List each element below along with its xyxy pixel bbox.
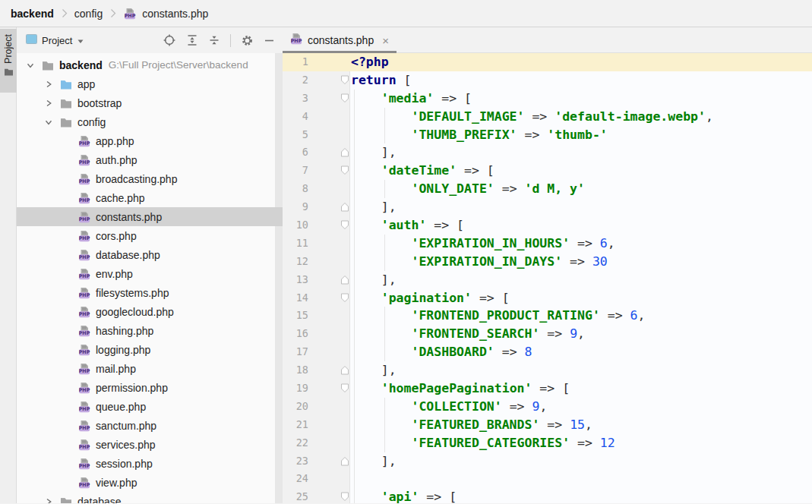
tree-chevron-icon[interactable] <box>43 116 55 128</box>
breadcrumb-item-file[interactable]: constants.php <box>142 8 208 20</box>
code-line-17[interactable]: 17 'DASHBOARD' => 8 <box>283 343 812 361</box>
fold-region-end-icon[interactable] <box>340 365 349 375</box>
code-line-11[interactable]: 11 'EXPIRATION_IN_HOURS' => 6, <box>283 235 812 253</box>
fold-region-start-icon[interactable] <box>340 75 349 85</box>
tree-chevron-spacer <box>61 268 73 280</box>
fold-region-end-icon[interactable] <box>340 147 349 157</box>
code-line-22[interactable]: 22 'FEATURED_CATEGORIES' => 12 <box>283 434 812 452</box>
code-line-18[interactable]: 18 ], <box>283 361 812 380</box>
code-line-24[interactable]: 24 <box>283 470 812 488</box>
tree-item-filesystems-php[interactable]: PHPfilesystems.php <box>17 283 283 302</box>
code-line-19[interactable]: 19 'homePagePagination' => [ <box>283 380 812 398</box>
code-line-10[interactable]: 10 'auth' => [ <box>283 216 812 235</box>
tree-item-label: sanctum.php <box>96 420 156 432</box>
fold-region-start-icon[interactable] <box>340 220 349 230</box>
tree-item-label: permission.php <box>96 382 168 394</box>
code-line-text: 'FEATURED_CATEGORIES' => 12 <box>351 434 615 452</box>
fold-region-end-icon[interactable] <box>340 275 349 285</box>
locate-icon[interactable] <box>163 33 176 47</box>
close-tab-icon[interactable]: × <box>382 35 389 46</box>
tree-chevron-icon[interactable] <box>24 59 36 71</box>
code-line-7[interactable]: 7 'dateTime' => [ <box>283 162 812 180</box>
svg-text:PHP: PHP <box>79 387 90 393</box>
editor-tab-constants-php[interactable]: PHP constants.php × <box>283 27 397 53</box>
code-line-15[interactable]: 15 'FRONTEND_PRODUCT_RATING' => 6, <box>283 307 812 325</box>
code-line-6[interactable]: 6 ], <box>283 143 812 162</box>
line-number: 13 <box>283 271 308 289</box>
line-number: 22 <box>283 434 308 452</box>
code-line-14[interactable]: 14 'pagination' => [ <box>283 289 812 307</box>
tree-item-auth-php[interactable]: PHPauth.php <box>17 150 283 169</box>
code-line-1[interactable]: 1<?php <box>283 53 812 71</box>
code-line-text: 'homePagePagination' => [ <box>351 380 570 398</box>
breadcrumb: backend config PHP constants.php <box>0 0 812 27</box>
code-line-20[interactable]: 20 'COLLECTION' => 9, <box>283 398 812 416</box>
php-file-icon: PHP <box>77 192 91 204</box>
tree-item-services-php[interactable]: PHPservices.php <box>17 435 283 454</box>
tree-item-env-php[interactable]: PHPenv.php <box>17 264 283 283</box>
tree-item-logging-php[interactable]: PHPlogging.php <box>17 340 283 359</box>
project-view-combo[interactable]: Project <box>26 33 84 47</box>
code-line-4[interactable]: 4 'DEFAULT_IMAGE' => 'default-image.webp… <box>283 108 812 126</box>
line-number: 25 <box>283 488 308 503</box>
tree-chevron-icon[interactable] <box>43 78 55 90</box>
code-line-2[interactable]: 2return [ <box>283 71 812 90</box>
php-file-icon: PHP <box>123 8 137 20</box>
code-line-13[interactable]: 13 ], <box>283 271 812 289</box>
tree-chevron-icon[interactable] <box>43 496 55 504</box>
code-line-8[interactable]: 8 'ONLY_DATE' => 'd M, y' <box>283 180 812 198</box>
tree-item-database-php[interactable]: PHPdatabase.php <box>17 245 283 264</box>
svg-text:PHP: PHP <box>79 482 90 488</box>
code-line-23[interactable]: 23 ], <box>283 452 812 471</box>
tree-item-backend[interactable]: backendG:\Full Project\Server\backend <box>17 55 283 74</box>
tree-item-bootstrap[interactable]: bootstrap <box>17 93 283 112</box>
fold-region-start-icon[interactable] <box>340 93 349 103</box>
tree-chevron-spacer <box>61 192 73 204</box>
php-file-icon: PHP <box>77 154 91 166</box>
tree-item-permission-php[interactable]: PHPpermission.php <box>17 378 283 397</box>
code-editor[interactable]: 1<?php2return [3 'media' => [4 'DEFAULT_… <box>283 53 812 503</box>
tree-item-config[interactable]: config <box>17 112 283 131</box>
tree-item-cors-php[interactable]: PHPcors.php <box>17 226 283 245</box>
tree-item-hashing-php[interactable]: PHPhashing.php <box>17 321 283 340</box>
tree-item-cache-php[interactable]: PHPcache.php <box>17 188 283 207</box>
tree-item-constants-php[interactable]: PHPconstants.php <box>17 207 283 226</box>
breadcrumb-item-root[interactable]: backend <box>11 8 54 20</box>
breadcrumb-item-parent[interactable]: config <box>74 8 103 20</box>
tree-item-queue-php[interactable]: PHPqueue.php <box>17 397 283 416</box>
code-line-21[interactable]: 21 'FEATURED_BRANDS' => 15, <box>283 416 812 434</box>
tree-item-sanctum-php[interactable]: PHPsanctum.php <box>17 416 283 435</box>
tree-chevron-icon[interactable] <box>43 97 55 109</box>
tree-item-database[interactable]: database <box>17 492 283 503</box>
fold-region-end-icon[interactable] <box>340 456 349 466</box>
expand-all-icon[interactable] <box>186 34 198 46</box>
code-line-text: 'pagination' => [ <box>351 289 510 307</box>
svg-text:PHP: PHP <box>79 311 90 317</box>
tree-item-view-php[interactable]: PHPview.php <box>17 473 283 492</box>
tree-item-app[interactable]: app <box>17 74 283 93</box>
code-line-9[interactable]: 9 ], <box>283 198 812 216</box>
settings-gear-icon[interactable] <box>241 34 254 47</box>
tree-item-mail-php[interactable]: PHPmail.php <box>17 359 283 378</box>
stripe-tab-project[interactable]: Project <box>0 29 17 93</box>
code-line-25[interactable]: 25 'api' => [ <box>283 488 812 503</box>
tree-item-broadcasting-php[interactable]: PHPbroadcasting.php <box>17 169 283 188</box>
tree-item-app-php[interactable]: PHPapp.php <box>17 131 283 150</box>
tree-item-session-php[interactable]: PHPsession.php <box>17 454 283 473</box>
hide-panel-icon[interactable] <box>264 35 275 46</box>
tree-chevron-spacer <box>61 439 73 451</box>
code-line-12[interactable]: 12 'EXPIRATION_IN_DAYS' => 30 <box>283 253 812 271</box>
tree-chevron-spacer <box>61 363 73 375</box>
fold-region-start-icon[interactable] <box>340 492 349 502</box>
collapse-all-icon[interactable] <box>208 34 220 46</box>
code-line-16[interactable]: 16 'FRONTEND_SEARCH' => 9, <box>283 325 812 343</box>
fold-region-start-icon[interactable] <box>340 293 349 303</box>
fold-region-end-icon[interactable] <box>340 202 349 212</box>
fold-region-start-icon[interactable] <box>340 383 349 393</box>
tree-item-label: queue.php <box>96 401 146 413</box>
code-line-5[interactable]: 5 'THUMB_PREFIX' => 'thumb-' <box>283 126 812 144</box>
folder-icon <box>41 59 55 71</box>
fold-region-start-icon[interactable] <box>340 165 349 175</box>
code-line-3[interactable]: 3 'media' => [ <box>283 90 812 108</box>
tree-item-googlecloud-php[interactable]: PHPgooglecloud.php <box>17 302 283 321</box>
